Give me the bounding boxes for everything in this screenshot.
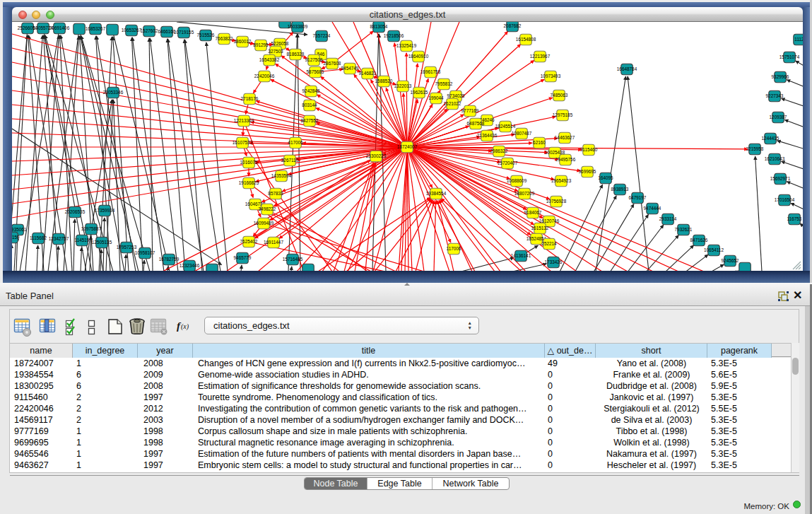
svg-text:1112: 1112 <box>794 37 803 42</box>
svg-text:(x): (x) <box>181 322 189 331</box>
svg-text:19218506: 19218506 <box>384 33 404 38</box>
svg-text:9734028: 9734028 <box>447 93 465 98</box>
svg-text:10807487: 10807487 <box>512 131 532 136</box>
svg-text:9184067: 9184067 <box>524 210 542 215</box>
svg-text:8938913: 8938913 <box>611 187 629 192</box>
svg-text:14136141: 14136141 <box>511 253 531 258</box>
svg-text:12213967: 12213967 <box>530 54 551 59</box>
svg-text:9777169: 9777169 <box>461 108 479 113</box>
svg-text:8454749: 8454749 <box>341 66 359 71</box>
svg-text:16911447: 16911447 <box>264 240 283 245</box>
svg-text:9245652: 9245652 <box>722 258 739 263</box>
svg-text:8186328: 8186328 <box>287 52 305 57</box>
svg-text:16154808: 16154808 <box>516 37 536 42</box>
svg-text:803144: 803144 <box>302 103 317 107</box>
svg-text:3860012: 3860012 <box>234 39 252 44</box>
svg-text:5875685: 5875685 <box>307 69 324 74</box>
svg-text:114519: 114519 <box>75 238 90 243</box>
svg-text:16543382: 16543382 <box>259 57 280 62</box>
svg-text:20691406: 20691406 <box>49 25 70 30</box>
svg-text:8813054: 8813054 <box>370 24 388 29</box>
svg-text:7663822: 7663822 <box>216 36 233 41</box>
svg-text:18640910: 18640910 <box>408 54 429 59</box>
svg-text:6479197: 6479197 <box>629 195 647 200</box>
svg-text:1322013: 1322013 <box>394 83 412 88</box>
svg-text:164095: 164095 <box>598 175 613 180</box>
svg-text:116753: 116753 <box>787 216 802 221</box>
svg-text:1962615: 1962615 <box>411 90 428 95</box>
svg-text:9242848: 9242848 <box>302 88 320 93</box>
svg-text:18724007: 18724007 <box>397 144 418 149</box>
svg-text:17016504: 17016504 <box>775 197 795 202</box>
svg-text:16210643: 16210643 <box>765 156 785 161</box>
svg-text:2867608: 2867608 <box>324 61 341 66</box>
svg-text:1209387: 1209387 <box>770 115 787 119</box>
svg-text:417006: 417006 <box>288 140 303 145</box>
svg-text:2986322: 2986322 <box>490 148 508 153</box>
svg-text:857833: 857833 <box>268 191 283 196</box>
svg-text:18807209: 18807209 <box>514 191 535 196</box>
svg-text:16033809: 16033809 <box>288 24 308 29</box>
svg-text:393159: 393159 <box>12 235 20 240</box>
svg-text:14353594: 14353594 <box>271 173 292 178</box>
svg-text:8427552: 8427552 <box>301 118 319 123</box>
svg-text:7515526: 7515526 <box>197 33 215 37</box>
svg-text:10653267: 10653267 <box>122 28 142 33</box>
svg-text:1527602: 1527602 <box>141 28 158 33</box>
svg-text:10688609: 10688609 <box>507 178 527 183</box>
svg-text:7485063: 7485063 <box>551 93 568 98</box>
svg-text:7625402: 7625402 <box>240 239 258 244</box>
svg-text:19166825: 19166825 <box>239 180 259 185</box>
svg-text:12342757: 12342757 <box>49 236 69 241</box>
svg-text:3498222: 3498222 <box>259 206 276 211</box>
svg-text:252214: 252214 <box>541 241 557 246</box>
svg-text:9329966: 9329966 <box>772 74 789 79</box>
svg-text:15692971: 15692971 <box>770 176 791 181</box>
svg-text:10975887: 10975887 <box>81 226 102 231</box>
svg-text:14463627: 14463627 <box>555 135 575 140</box>
svg-text:20053346: 20053346 <box>103 90 124 95</box>
svg-text:9474444: 9474444 <box>644 206 661 211</box>
svg-text:15716485: 15716485 <box>283 257 303 262</box>
svg-text:1615132: 1615132 <box>531 226 549 230</box>
svg-text:327503: 327503 <box>268 49 283 54</box>
svg-text:10654112: 10654112 <box>704 247 724 252</box>
svg-text:16961758: 16961758 <box>420 69 441 74</box>
svg-text:6487568: 6487568 <box>467 121 485 126</box>
svg-text:18245514: 18245514 <box>495 124 516 129</box>
svg-text:23300223: 23300223 <box>366 153 387 158</box>
svg-text:8471626: 8471626 <box>690 238 708 243</box>
svg-text:13325419: 13325419 <box>396 43 417 48</box>
svg-text:12975185: 12975185 <box>553 112 573 117</box>
svg-text:1621022: 1621022 <box>444 101 461 106</box>
svg-text:12323446: 12323446 <box>180 263 200 268</box>
svg-text:10719155: 10719155 <box>174 30 194 35</box>
svg-text:9115460: 9115460 <box>580 147 598 152</box>
svg-text:15720407: 15720407 <box>498 160 518 165</box>
svg-text:16107533: 16107533 <box>233 140 253 145</box>
svg-text:7955812: 7955812 <box>435 81 453 86</box>
svg-text:62160: 62160 <box>533 140 546 145</box>
svg-text:2087682: 2087682 <box>504 23 522 28</box>
svg-text:12505135: 12505135 <box>92 240 112 245</box>
svg-text:16853267: 16853267 <box>86 26 106 31</box>
svg-text:891295: 891295 <box>253 42 269 47</box>
svg-text:7932621: 7932621 <box>675 227 693 232</box>
svg-text:10958107: 10958107 <box>135 250 155 255</box>
svg-text:10973493: 10973493 <box>541 74 561 78</box>
svg-text:2935061: 2935061 <box>12 227 27 232</box>
svg-text:19495756: 19495756 <box>555 157 576 162</box>
svg-text:1115682: 1115682 <box>30 235 47 240</box>
svg-text:199044: 199044 <box>428 95 444 100</box>
svg-text:1244415: 1244415 <box>762 136 779 141</box>
svg-text:117006: 117006 <box>447 246 461 251</box>
svg-text:3215958: 3215958 <box>746 146 764 151</box>
svg-text:5226058: 5226058 <box>271 41 289 46</box>
svg-text:9465779: 9465779 <box>234 255 252 260</box>
svg-text:9227343: 9227343 <box>766 93 784 98</box>
svg-text:2933114: 2933114 <box>659 216 677 221</box>
svg-text:15751074: 15751074 <box>779 54 800 59</box>
svg-text:10756928: 10756928 <box>546 199 567 204</box>
svg-text:16782759: 16782759 <box>159 257 180 262</box>
svg-text:2718176: 2718176 <box>241 96 259 101</box>
